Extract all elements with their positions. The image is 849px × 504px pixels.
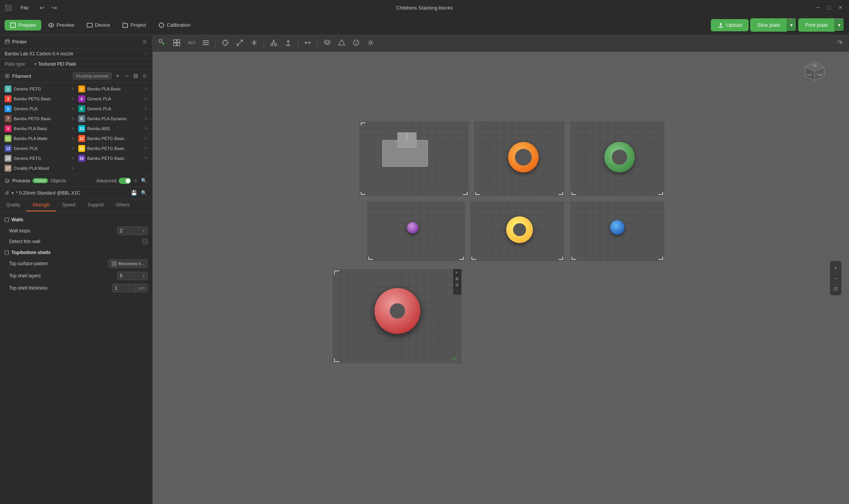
fit-btn[interactable]: ⊡ bbox=[832, 285, 839, 293]
top-shell-thickness-input[interactable]: 1 mm bbox=[112, 284, 148, 292]
undo-btn[interactable]: ↩ bbox=[37, 3, 47, 12]
list-item[interactable]: 14 Bambu PETG Basic ✎ bbox=[77, 144, 150, 153]
wall-loops-input[interactable]: 2 ⬍ bbox=[117, 227, 148, 235]
print-plate-button[interactable]: Print plate bbox=[798, 18, 834, 32]
filament-edit-btn[interactable]: ✎ bbox=[71, 146, 74, 151]
project-tab[interactable]: Project bbox=[117, 20, 151, 31]
filament-edit-btn[interactable]: ✎ bbox=[71, 87, 74, 92]
maximize-btn[interactable]: □ bbox=[825, 3, 833, 12]
plate-3[interactable] bbox=[570, 121, 665, 197]
plate-mini-btn-2[interactable]: ⊞ bbox=[454, 276, 461, 282]
plate-mini-btn-3[interactable]: ⊟ bbox=[454, 282, 461, 288]
tab-quality[interactable]: Quality bbox=[0, 199, 26, 211]
support-btn[interactable] bbox=[282, 37, 295, 50]
list-item[interactable]: 3 Bambu PETG Basic ✎ bbox=[3, 94, 76, 103]
list-item[interactable]: 1 Generic PETG ✎ bbox=[3, 84, 76, 93]
minimize-btn[interactable]: − bbox=[814, 3, 822, 12]
viewport-canvas[interactable]: × ⊞ ⊟ ⋮ 07 + − ⊡ bbox=[153, 52, 849, 504]
top-shell-layers-input[interactable]: 5 ⬍ bbox=[117, 272, 148, 280]
filament-edit-btn[interactable]: ✎ bbox=[144, 106, 148, 111]
wireframe-btn[interactable] bbox=[335, 37, 348, 50]
filament-edit-btn[interactable]: ✎ bbox=[71, 126, 74, 131]
list-item[interactable]: 12 Bambu PETG Basic ✎ bbox=[77, 134, 150, 143]
list-item[interactable]: 2 Bambu PLA Basic ✎ bbox=[77, 84, 150, 93]
add-object-btn[interactable] bbox=[156, 37, 169, 50]
slice-plate-button[interactable]: Slice plate bbox=[750, 18, 787, 32]
list-item[interactable]: 5 Generic PLA ✎ bbox=[3, 104, 76, 113]
device-tab[interactable]: Device bbox=[81, 20, 116, 31]
list-item[interactable]: 11 Bambu PLA Matte ✎ bbox=[3, 134, 76, 143]
profile-search-btn[interactable]: 🔍 bbox=[140, 189, 148, 196]
plate-5[interactable] bbox=[470, 201, 565, 262]
list-item[interactable]: 15 Generic PETG ✎ bbox=[3, 154, 76, 163]
plate-6[interactable] bbox=[570, 201, 665, 262]
list-item[interactable]: 6 Generic PLA ✎ bbox=[77, 104, 150, 113]
scale-btn[interactable] bbox=[233, 37, 246, 50]
settings-btn-vt[interactable] bbox=[364, 37, 377, 50]
filament-edit-btn[interactable]: ✎ bbox=[71, 116, 74, 121]
filament-edit-btn[interactable]: ✎ bbox=[144, 146, 148, 151]
layer-btn[interactable] bbox=[321, 37, 334, 50]
share-btn[interactable] bbox=[833, 37, 846, 50]
cut-btn[interactable] bbox=[267, 37, 280, 50]
measure-btn[interactable] bbox=[301, 37, 314, 50]
tab-strength[interactable]: Strength bbox=[26, 199, 56, 211]
mirror-btn[interactable] bbox=[248, 37, 261, 50]
filament-edit-btn[interactable]: ✎ bbox=[144, 136, 148, 141]
slice-dropdown-button[interactable]: ▾ bbox=[787, 18, 797, 32]
file-menu[interactable]: File bbox=[15, 3, 34, 13]
plate-value[interactable]: ▾ Textured PEI Plate bbox=[34, 61, 76, 67]
advanced-toggle[interactable] bbox=[119, 178, 131, 184]
filament-edit-btn[interactable]: ✎ bbox=[71, 156, 74, 161]
plate-mini-btn-1[interactable]: × bbox=[454, 270, 461, 275]
close-btn[interactable]: × bbox=[836, 3, 844, 12]
detect-thin-wall-checkbox[interactable] bbox=[142, 239, 148, 244]
zoom-in-btn[interactable]: + bbox=[832, 263, 839, 272]
filament-edit-btn[interactable]: ✎ bbox=[71, 166, 74, 171]
tab-support[interactable]: Support bbox=[81, 199, 110, 211]
tab-others[interactable]: Others bbox=[110, 199, 136, 211]
list-item[interactable]: 8 Bambu PLA Dynamic ✎ bbox=[77, 114, 150, 123]
top-surface-pattern-btn[interactable]: Monotonic li... bbox=[108, 259, 148, 268]
preview-tab[interactable]: Preview bbox=[43, 20, 79, 31]
plate-7[interactable]: × ⊞ ⊟ ⋮ 07 bbox=[332, 269, 462, 364]
grid-view-btn[interactable] bbox=[170, 37, 183, 50]
flushing-volumes-btn[interactable]: Flushing volumes bbox=[73, 72, 112, 79]
orient-btn[interactable] bbox=[219, 37, 232, 50]
list-item[interactable]: 4 Generic PLA ✎ bbox=[77, 94, 150, 103]
perspective-gizmo[interactable]: Top Front Right bbox=[803, 60, 826, 82]
list-item[interactable]: 10 Bambu ABS ✎ bbox=[77, 124, 150, 133]
filament-edit-btn[interactable]: ✎ bbox=[144, 156, 148, 161]
list-item[interactable]: 13 Generic PLA ✎ bbox=[3, 144, 76, 153]
add-filament-btn[interactable]: + bbox=[114, 72, 121, 80]
process-search-btn[interactable]: 🔍 bbox=[140, 177, 148, 184]
filament-edit-btn[interactable]: ✎ bbox=[71, 97, 74, 101]
list-item[interactable]: 16 Bambu PETG Basic ✎ bbox=[77, 154, 150, 163]
profile-save-btn[interactable]: 💾 bbox=[130, 189, 138, 196]
process-list-btn[interactable]: ≡ bbox=[133, 177, 138, 184]
color-btn[interactable] bbox=[350, 37, 363, 50]
tab-speed[interactable]: Speed bbox=[56, 199, 82, 211]
redo-btn[interactable]: ↪ bbox=[50, 3, 59, 12]
filament-edit-btn[interactable]: ✎ bbox=[71, 106, 74, 111]
walls-group-header[interactable]: Walls bbox=[0, 215, 152, 225]
list-item[interactable]: 7 Bambu PETG Basic ✎ bbox=[3, 114, 76, 123]
auto-btn[interactable]: AUTO bbox=[185, 37, 198, 50]
plate-mini-btn-4[interactable]: ⋮ bbox=[454, 288, 461, 294]
prepare-tab[interactable]: Prepare bbox=[5, 20, 41, 31]
calibration-tab[interactable]: Calibration bbox=[153, 20, 196, 31]
upload-button[interactable]: Upload bbox=[711, 19, 749, 31]
filament-edit-btn[interactable]: ✎ bbox=[144, 87, 148, 92]
filament-edit-btn[interactable]: ✎ bbox=[144, 116, 148, 121]
filament-copy-btn[interactable]: ⧉ bbox=[132, 72, 139, 80]
top-bottom-shells-header[interactable]: Top/bottom shells bbox=[0, 248, 152, 258]
filament-settings-btn[interactable]: ⚙ bbox=[142, 72, 148, 80]
print-dropdown-button[interactable]: ▾ bbox=[834, 18, 844, 32]
plate-2[interactable] bbox=[473, 121, 565, 197]
list-item[interactable]: 9 Bambu PLA Basic ✎ bbox=[3, 124, 76, 133]
printer-name-row[interactable]: Bambu Lab X1 Carbon 0.4 nozzle ⤢ bbox=[0, 49, 152, 59]
plate-1[interactable] bbox=[359, 121, 470, 197]
remove-filament-btn[interactable]: − bbox=[123, 72, 130, 80]
list-item[interactable]: 17 Creality PLA Wood ✎ bbox=[3, 164, 76, 173]
filament-edit-btn[interactable]: ✎ bbox=[144, 126, 148, 131]
